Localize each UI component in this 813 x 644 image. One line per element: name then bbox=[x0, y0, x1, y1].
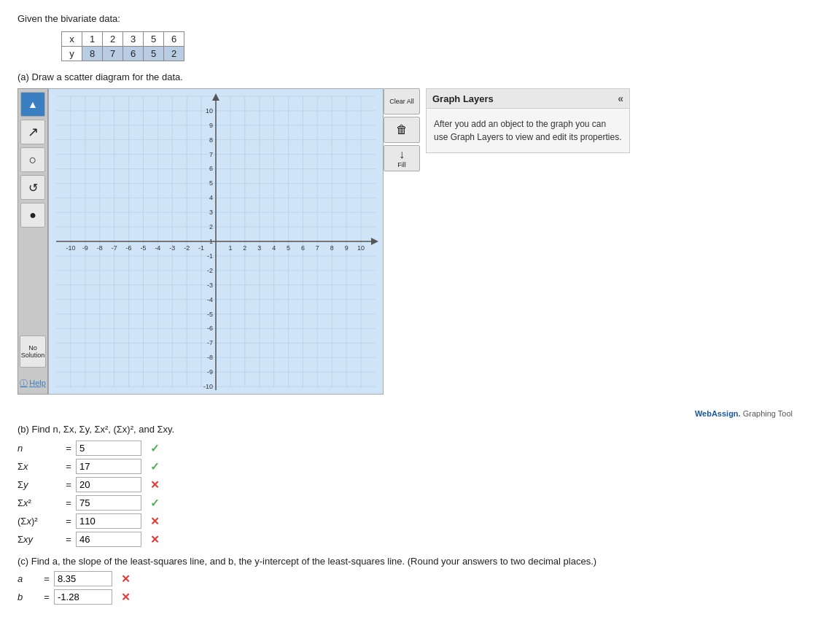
svg-text:1: 1 bbox=[209, 238, 213, 245]
svg-text:5: 5 bbox=[209, 179, 213, 187]
svg-text:-7: -7 bbox=[112, 244, 117, 252]
svg-text:-3: -3 bbox=[169, 244, 175, 252]
svg-text:-8: -8 bbox=[97, 244, 103, 252]
svg-text:10: 10 bbox=[206, 107, 213, 115]
svg-text:-10: -10 bbox=[203, 383, 213, 390]
table-y-1: 8 bbox=[82, 47, 103, 61]
fill-arrow-icon: ↓ bbox=[399, 148, 405, 161]
svg-text:-1: -1 bbox=[207, 252, 213, 260]
part-b-sigmax2-status: ✓ bbox=[150, 497, 172, 510]
svg-text:-7: -7 bbox=[207, 339, 213, 346]
point-tool-btn[interactable]: ● bbox=[20, 203, 45, 228]
table-x-3: 3 bbox=[123, 32, 144, 47]
webassign-footer: WebAssign. Graphing Tool bbox=[17, 409, 793, 418]
fill-label: Fill bbox=[397, 161, 406, 168]
graph-layers-collapse-btn[interactable]: « bbox=[618, 93, 623, 104]
part-b-sigmax-sq-label: (Σx)² bbox=[17, 516, 61, 527]
help-btn[interactable]: ⓘ Help bbox=[20, 375, 46, 391]
graph-layers-description: After you add an object to the graph you… bbox=[434, 119, 621, 142]
part-c-b-input[interactable] bbox=[54, 589, 112, 605]
svg-text:3: 3 bbox=[257, 244, 261, 252]
svg-text:-8: -8 bbox=[207, 354, 213, 361]
fill-btn[interactable]: ↓ Fill bbox=[384, 145, 420, 171]
table-y-label: y bbox=[62, 47, 82, 61]
part-b-n-input[interactable] bbox=[76, 441, 141, 456]
right-panel: Clear All 🗑 ↓ Fill Graph Layers « After … bbox=[384, 88, 630, 174]
part-b-sigmaxy-input[interactable] bbox=[76, 532, 141, 547]
svg-text:6: 6 bbox=[209, 165, 213, 172]
graphing-tool-label: Graphing Tool bbox=[743, 409, 793, 418]
graph-area[interactable]: -10 -9 -8 -7 -6 -5 -4 -3 -2 -1 1 2 3 4 5… bbox=[48, 88, 384, 395]
svg-text:9: 9 bbox=[345, 244, 349, 252]
graph-layers-header: Graph Layers « bbox=[427, 89, 629, 109]
part-c-a-label: a bbox=[17, 573, 39, 584]
part-c-label: (c) Find a, the slope of the least-squar… bbox=[17, 556, 796, 567]
point-icon: ● bbox=[29, 209, 36, 222]
svg-text:-4: -4 bbox=[155, 244, 160, 252]
part-b-label: (b) Find n, Σx, Σy, Σx², (Σx)², and Σxy. bbox=[17, 424, 796, 435]
part-b-n-label: n bbox=[17, 443, 61, 454]
arrow-icon: ▲ bbox=[28, 98, 38, 110]
part-b-grid: n = ✓ Σx = ✓ Σy = ✕ Σx² = ✓ (Σx)² = ✕ Σx… bbox=[17, 441, 796, 547]
part-c-b-label: b bbox=[17, 591, 39, 602]
no-solution-label: No Solution bbox=[20, 344, 45, 359]
part-b-sigmay-equals: = bbox=[63, 479, 74, 490]
svg-text:8: 8 bbox=[209, 136, 213, 144]
clear-all-btn[interactable]: Clear All bbox=[384, 88, 420, 115]
table-x-5: 6 bbox=[164, 32, 184, 47]
table-y-4: 5 bbox=[144, 47, 164, 61]
part-c-b-status: ✕ bbox=[121, 591, 136, 604]
svg-text:8: 8 bbox=[330, 244, 334, 252]
curve-icon: ↺ bbox=[28, 181, 38, 195]
part-c-a-equals: = bbox=[41, 573, 52, 584]
svg-text:5: 5 bbox=[287, 244, 290, 252]
no-solution-btn[interactable]: No Solution bbox=[20, 335, 46, 368]
part-b-n-equals: = bbox=[63, 443, 74, 454]
part-c-a-input[interactable] bbox=[54, 571, 112, 586]
graphing-tool-wrapper: ▲ ↗ ○ ↺ ● No Solution ⓘ Help bbox=[17, 88, 796, 395]
part-b-sigmax-sq-equals: = bbox=[63, 516, 74, 527]
help-label: Help bbox=[29, 379, 46, 387]
table-x-label: x bbox=[62, 32, 82, 47]
svg-text:-2: -2 bbox=[207, 267, 213, 274]
part-c-a-status: ✕ bbox=[121, 573, 136, 586]
part-b-sigmax-status: ✓ bbox=[150, 460, 172, 473]
left-toolbar: ▲ ↗ ○ ↺ ● No Solution ⓘ Help bbox=[17, 88, 48, 395]
circle-tool-btn[interactable]: ○ bbox=[20, 147, 45, 172]
svg-text:-9: -9 bbox=[82, 244, 88, 252]
svg-text:-5: -5 bbox=[140, 244, 146, 252]
svg-text:-6: -6 bbox=[126, 244, 132, 252]
part-b-sigmax-equals: = bbox=[63, 461, 74, 472]
part-b-sigmax2-equals: = bbox=[63, 497, 74, 508]
delete-btn[interactable]: 🗑 bbox=[384, 117, 420, 143]
circle-icon: ○ bbox=[29, 152, 37, 168]
move-tool-btn[interactable]: ↗ bbox=[20, 120, 45, 144]
graph-layers-body: After you add an object to the graph you… bbox=[427, 109, 629, 152]
part-b-sigmaxy-equals: = bbox=[63, 534, 74, 545]
table-x-1: 1 bbox=[82, 32, 103, 47]
svg-text:10: 10 bbox=[357, 244, 365, 252]
part-b-sigmax-sq-input[interactable] bbox=[76, 513, 141, 529]
svg-text:2: 2 bbox=[243, 244, 246, 252]
svg-text:-9: -9 bbox=[207, 368, 213, 376]
svg-text:4: 4 bbox=[209, 194, 213, 201]
svg-text:-2: -2 bbox=[184, 244, 190, 252]
svg-text:9: 9 bbox=[209, 122, 213, 129]
part-b-sigmax2-input[interactable] bbox=[76, 495, 141, 511]
part-b-sigmax-input[interactable] bbox=[76, 459, 141, 474]
clear-all-label: Clear All bbox=[389, 98, 414, 105]
problem-intro: Given the bivariate data: bbox=[17, 13, 796, 24]
part-b-sigmay-input[interactable] bbox=[76, 477, 141, 492]
svg-text:6: 6 bbox=[301, 244, 305, 252]
svg-text:3: 3 bbox=[209, 209, 213, 216]
data-table: x 1 2 3 5 6 y 8 7 6 5 2 bbox=[61, 31, 184, 61]
part-b-section: (b) Find n, Σx, Σy, Σx², (Σx)², and Σxy.… bbox=[17, 424, 796, 547]
select-tool-btn[interactable]: ▲ bbox=[20, 92, 45, 117]
svg-text:-1: -1 bbox=[198, 244, 204, 252]
table-y-3: 6 bbox=[123, 47, 144, 61]
table-y-2: 7 bbox=[103, 47, 123, 61]
right-tools: Clear All 🗑 ↓ Fill bbox=[384, 88, 420, 171]
curve-tool-btn[interactable]: ↺ bbox=[20, 175, 45, 200]
part-c-b-equals: = bbox=[41, 591, 52, 602]
part-b-n-status: ✓ bbox=[150, 442, 172, 455]
